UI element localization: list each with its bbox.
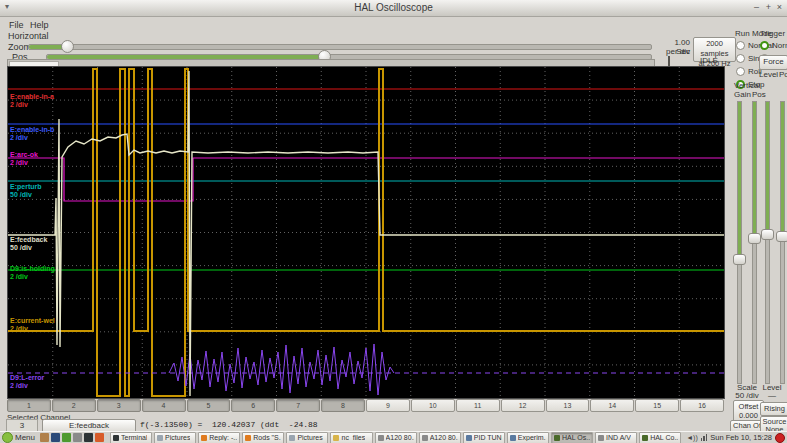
- network-icon[interactable]: [701, 434, 708, 441]
- screen-icon[interactable]: [62, 433, 71, 442]
- minimize-button[interactable]: –: [754, 2, 759, 12]
- window-label: Pictures: [165, 434, 190, 441]
- horizontal-section-label: Horizontal: [8, 31, 49, 41]
- vertical-title: Vertical: [734, 81, 760, 90]
- taskbar-window-a120-80-[interactable]: A120 80...: [419, 432, 461, 443]
- trigger-normal[interactable]: Normal: [760, 39, 787, 51]
- channel-label-E:enable-in-b[interactable]: E:enable-in-b2 /div: [10, 126, 54, 142]
- taskbar-window-ind-a-v[interactable]: IND A/V: [595, 432, 637, 443]
- taskbar-window-hal-co-[interactable]: HAL Co...: [639, 432, 681, 443]
- scope-display[interactable]: E:enable-in-a2 /divE:enable-in-b2 /divE:…: [7, 66, 725, 399]
- taskbar-window-reply-[interactable]: Reply: -...: [198, 432, 240, 443]
- channel-button-13[interactable]: 13: [546, 399, 590, 412]
- gain-slider-handle[interactable]: [733, 254, 746, 265]
- menu-file[interactable]: File: [6, 19, 27, 31]
- notification-icon[interactable]: [775, 433, 785, 443]
- trigger-level-slider[interactable]: [762, 101, 773, 384]
- menu-icon[interactable]: [2, 432, 13, 443]
- window-label: IND A/V: [606, 434, 631, 441]
- close-button[interactable]: ×: [777, 2, 782, 12]
- menu-help[interactable]: Help: [27, 19, 52, 31]
- acquire-status: IDLE: [700, 56, 718, 65]
- channel-label-D9:is-holding[interactable]: D9:is-holding2 /div: [10, 265, 55, 281]
- quick-launch-icons: [40, 433, 104, 442]
- volume-icon[interactable]: ◄)): [686, 434, 698, 441]
- taskbar-menu-label[interactable]: Menu: [15, 433, 35, 442]
- channel-label-E:current-wel[interactable]: E:current-wel2 /div: [10, 317, 55, 333]
- window-icon: [598, 435, 604, 441]
- browser-icon[interactable]: [51, 433, 60, 442]
- channel-button-14[interactable]: 14: [590, 399, 634, 412]
- channel-button-9[interactable]: 9: [366, 399, 410, 412]
- channel-button-10[interactable]: 10: [411, 399, 455, 412]
- trigger-pos-slider[interactable]: [777, 101, 787, 384]
- window-label: nc_files: [341, 434, 365, 441]
- taskbar-window-a120-80-[interactable]: A120 80...: [375, 432, 417, 443]
- title-bar[interactable]: ▾ HAL Oscilloscope – + ×: [0, 0, 787, 17]
- channel-label-E:feedback[interactable]: E:feedback50 /div: [10, 236, 47, 252]
- force-trigger-button[interactable]: Force: [759, 55, 787, 70]
- radio-icon[interactable]: [736, 41, 745, 50]
- window-icon: [201, 435, 207, 441]
- taskbar-window-nc-files[interactable]: nc_files: [330, 432, 372, 443]
- channel-label-E:perturb[interactable]: E:perturb50 /div: [10, 183, 42, 199]
- window-title: HAL Oscilloscope: [0, 2, 787, 13]
- channel-button-15[interactable]: 15: [635, 399, 679, 412]
- pen-icon[interactable]: [40, 433, 49, 442]
- channel-button-6[interactable]: 6: [231, 399, 275, 412]
- zoom-slider[interactable]: [28, 41, 652, 50]
- rising-button[interactable]: Rising: [760, 402, 787, 416]
- window-label: HAL Co...: [650, 434, 678, 441]
- maximize-button[interactable]: +: [766, 2, 771, 12]
- channel-button-3[interactable]: 3: [97, 399, 141, 412]
- radio-icon[interactable]: [736, 67, 745, 76]
- window-label: A120 80...: [386, 434, 414, 441]
- window-icon: [157, 435, 163, 441]
- trace-D9:L-error: [169, 344, 394, 395]
- taskbar-window-rods-s-[interactable]: Rods "S...: [242, 432, 284, 443]
- radio-icon[interactable]: [736, 54, 745, 63]
- gain-slider[interactable]: [734, 101, 745, 384]
- taskbar-window-terminal[interactable]: Terminal: [110, 432, 152, 443]
- window-label: Terminal: [121, 434, 147, 441]
- level-value: —: [758, 391, 786, 400]
- taskbar: Menu TerminalPicturesReply: -...Rods "S.…: [0, 431, 787, 443]
- trigger-level-label: Level: [759, 70, 778, 79]
- channel-button-4[interactable]: 4: [142, 399, 186, 412]
- radio-icon[interactable]: [760, 41, 769, 50]
- channel-button-11[interactable]: 11: [456, 399, 500, 412]
- channel-button-16[interactable]: 16: [680, 399, 724, 412]
- clock[interactable]: Sun Feb 10, 15:28: [710, 433, 772, 442]
- channel-label-E:enable-in-a[interactable]: E:enable-in-a2 /div: [10, 93, 54, 109]
- photos-icon[interactable]: [95, 433, 104, 442]
- channel-button-2[interactable]: 2: [52, 399, 96, 412]
- scope-canvas: [8, 67, 724, 398]
- channel-button-5[interactable]: 5: [187, 399, 231, 412]
- taskbar-window-experim-[interactable]: Experim...: [507, 432, 549, 443]
- channel-button-7[interactable]: 7: [276, 399, 320, 412]
- channel-button-1[interactable]: 1: [7, 399, 51, 412]
- taskbar-windows: TerminalPicturesReply: -...Rods "S...Pic…: [110, 432, 681, 443]
- window-icon: [289, 435, 295, 441]
- channel-button-8[interactable]: 8: [321, 399, 365, 412]
- trigger-level-slider-handle[interactable]: [761, 229, 774, 240]
- taskbar-window-pictures[interactable]: Pictures: [154, 432, 196, 443]
- file-manager-icon[interactable]: [73, 433, 82, 442]
- window-label: A120 80...: [430, 434, 458, 441]
- trigger-pos-slider-handle[interactable]: [776, 231, 787, 242]
- channel-label-D9:L-error[interactable]: D9:L-error2 /div: [10, 374, 44, 390]
- window-label: Pictures: [297, 434, 322, 441]
- taskbar-window-hal-os-[interactable]: HAL Os...: [551, 432, 593, 443]
- taskbar-window-pictures[interactable]: Pictures: [286, 432, 328, 443]
- window-icon: [113, 435, 119, 441]
- terminal-dark-icon[interactable]: [84, 433, 93, 442]
- window-label: Experim...: [518, 434, 546, 441]
- window-label: PID TUNE: [474, 434, 502, 441]
- channel-label-E:arc-ok[interactable]: E:arc-ok2 /div: [10, 151, 38, 167]
- vertical-pos-slider-handle[interactable]: [748, 233, 761, 244]
- zoom-slider-track[interactable]: [28, 44, 652, 50]
- vertical-pos-slider[interactable]: [749, 101, 760, 384]
- taskbar-window-pid-tune[interactable]: PID TUNE: [463, 432, 505, 443]
- channel-button-12[interactable]: 12: [501, 399, 545, 412]
- window-icon: [333, 435, 339, 441]
